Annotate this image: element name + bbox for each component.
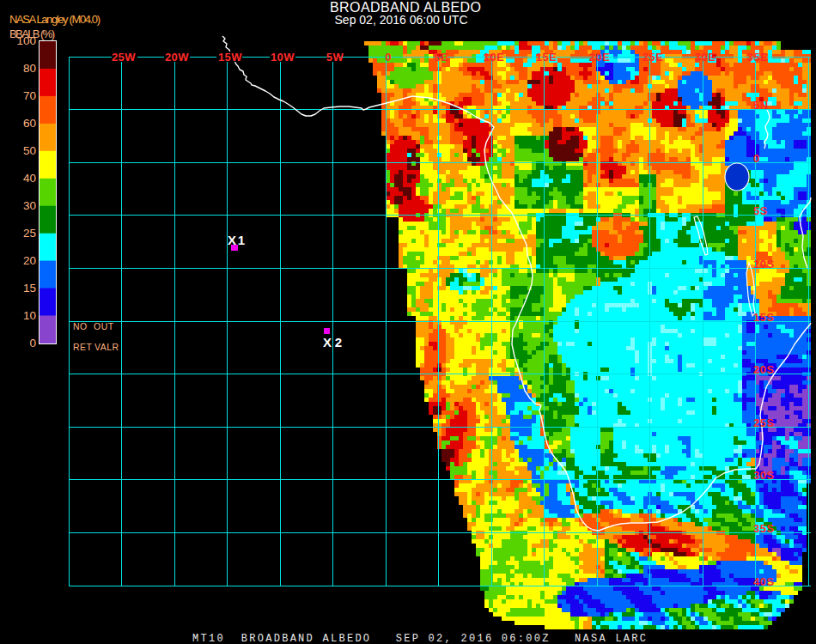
svg-text:30S: 30S	[753, 469, 775, 482]
svg-text:15E: 15E	[536, 51, 557, 64]
svg-text:60: 60	[23, 117, 36, 130]
svg-text:25: 25	[23, 227, 36, 240]
svg-text:0: 0	[385, 51, 392, 64]
svg-text:40: 40	[23, 172, 36, 185]
svg-text:25S: 25S	[753, 416, 775, 429]
svg-text:RET: RET	[73, 342, 93, 352]
svg-text:5W: 5W	[326, 51, 344, 64]
svg-text:70: 70	[23, 89, 36, 102]
svg-text:25E: 25E	[642, 51, 664, 64]
svg-text:VALR: VALR	[94, 342, 119, 352]
svg-text:10W: 10W	[271, 51, 295, 64]
svg-text:80: 80	[23, 62, 36, 75]
svg-text:50: 50	[23, 144, 36, 157]
svg-text:X1: X1	[228, 233, 245, 247]
svg-text:OUT: OUT	[94, 321, 114, 331]
svg-text:BBALB (%): BBALB (%)	[9, 27, 55, 40]
svg-text:5N: 5N	[753, 99, 769, 112]
svg-text:20: 20	[23, 254, 36, 267]
svg-text:35S: 35S	[753, 522, 775, 535]
svg-text:20W: 20W	[165, 51, 189, 64]
svg-text:0: 0	[753, 152, 760, 165]
svg-text:40S: 40S	[753, 575, 775, 588]
svg-text:15: 15	[23, 282, 36, 295]
svg-text:20E: 20E	[589, 51, 611, 64]
svg-text:35E: 35E	[747, 51, 769, 64]
svg-text:15S: 15S	[753, 311, 775, 324]
svg-text:15W: 15W	[218, 51, 242, 64]
svg-text:10S: 10S	[753, 258, 775, 270]
svg-text:Sep 02, 2016 06:00 UTC: Sep 02, 2016 06:00 UTC	[335, 13, 468, 27]
svg-text:0: 0	[29, 337, 36, 349]
svg-text:10: 10	[23, 309, 36, 322]
svg-text:30E: 30E	[695, 51, 716, 64]
svg-text:5S: 5S	[753, 204, 768, 217]
svg-text:30: 30	[23, 199, 36, 212]
svg-text:5E: 5E	[435, 51, 449, 64]
svg-text:10E: 10E	[484, 51, 505, 64]
svg-text:20S: 20S	[753, 363, 775, 376]
svg-text:NASA Langley (M04.0): NASA Langley (M04.0)	[9, 13, 100, 26]
svg-text:25W: 25W	[112, 51, 136, 64]
svg-text:NO: NO	[73, 321, 88, 331]
